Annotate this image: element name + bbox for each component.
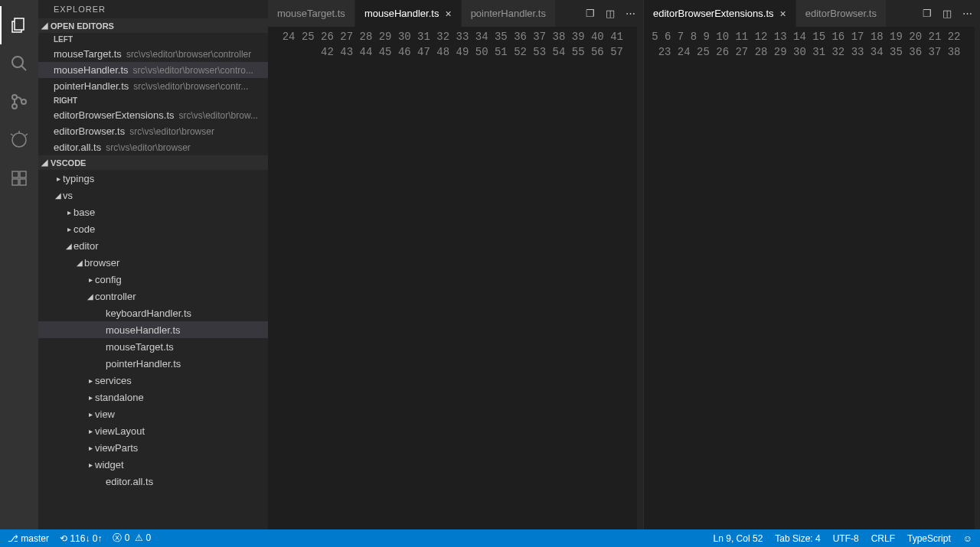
editor-group-right: editorBrowserExtensions.ts×editorBrowser… [643, 0, 980, 529]
tree-folder[interactable]: ▸base [38, 203, 268, 220]
tab-bar-right: editorBrowserExtensions.ts×editorBrowser… [644, 0, 980, 27]
encoding[interactable]: UTF-8 [833, 533, 859, 544]
more-icon[interactable]: ⋯ [962, 8, 972, 19]
tab-size[interactable]: Tab Size: 4 [775, 533, 820, 544]
sync-indicator[interactable]: ⟲ 116↓ 0↑ [60, 533, 102, 544]
gutter: 5 6 7 8 9 10 11 12 13 14 15 16 17 18 19 … [644, 27, 975, 529]
tree-folder[interactable]: ▸typings [38, 170, 268, 187]
cursor-position[interactable]: Ln 9, Col 52 [714, 533, 763, 544]
file-tree: ▸typings◢vs▸base▸code◢editor◢browser▸con… [38, 170, 268, 529]
open-editors-header[interactable]: ◢OPEN EDITORS [38, 18, 268, 33]
editor-body-right[interactable]: 5 6 7 8 9 10 11 12 13 14 15 16 17 18 19 … [644, 27, 980, 529]
svg-rect-11 [12, 179, 18, 185]
editor-body-left[interactable]: 24 25 26 27 28 29 30 31 32 33 34 35 36 3… [268, 27, 643, 529]
copy-icon[interactable]: ❐ [586, 8, 595, 19]
editor-tab[interactable]: editorBrowser.ts [796, 0, 887, 27]
close-icon[interactable]: × [780, 8, 786, 20]
group-right-label: RIGHT [38, 94, 268, 107]
activity-bar [0, 0, 38, 529]
feedback-icon[interactable]: ☺ [963, 533, 972, 544]
tree-folder[interactable]: ▸widget [38, 456, 268, 473]
open-editor-item[interactable]: mouseTarget.tssrc\vs\editor\browser\cont… [38, 46, 268, 62]
open-editor-item[interactable]: editorBrowserExtensions.tssrc\vs\editor\… [38, 107, 268, 123]
editor-tab[interactable]: pointerHandler.ts [462, 0, 556, 27]
tree-folder[interactable]: ◢vs [38, 187, 268, 203]
tree-file[interactable]: mouseTarget.ts [38, 338, 268, 355]
svg-point-1 [12, 57, 23, 67]
open-editor-item[interactable]: editorBrowser.tssrc\vs\editor\browser [38, 123, 268, 139]
svg-point-3 [12, 95, 17, 99]
svg-rect-12 [20, 179, 26, 185]
tree-file[interactable]: editor.all.ts [38, 473, 268, 490]
gutter: 24 25 26 27 28 29 30 31 32 33 34 35 36 3… [268, 27, 637, 529]
open-editor-item[interactable]: editor.all.tssrc\vs\editor\browser [38, 139, 268, 155]
svg-point-6 [12, 133, 26, 147]
tab-bar-left: mouseTarget.tsmouseHandler.ts×pointerHan… [268, 0, 643, 27]
tree-folder[interactable]: ◢editor [38, 237, 268, 254]
scm-icon[interactable] [0, 83, 38, 121]
sidebar: EXPLORER ◢OPEN EDITORS LEFT mouseTarget.… [38, 0, 268, 529]
svg-rect-10 [12, 171, 18, 177]
svg-point-4 [12, 104, 17, 109]
tree-folder[interactable]: ▸viewLayout [38, 422, 268, 439]
svg-line-9 [25, 134, 28, 135]
tree-folder[interactable]: ▸view [38, 405, 268, 422]
problems-indicator[interactable]: ⓧ 0 ⚠ 0 [113, 532, 151, 545]
workspace-header[interactable]: ◢VSCODE [38, 155, 268, 170]
group-left-label: LEFT [38, 33, 268, 46]
extensions-icon[interactable] [0, 159, 38, 197]
explorer-icon[interactable] [0, 6, 38, 44]
branch-indicator[interactable]: ⎇ master [8, 533, 49, 544]
split-icon[interactable]: ◫ [942, 8, 952, 19]
tree-folder[interactable]: ◢browser [38, 254, 268, 271]
split-icon[interactable]: ◫ [606, 8, 615, 19]
debug-icon[interactable] [0, 121, 38, 159]
open-editor-item[interactable]: pointerHandler.tssrc\vs\editor\browser\c… [38, 78, 268, 94]
status-bar: ⎇ master ⟲ 116↓ 0↑ ⓧ 0 ⚠ 0 Ln 9, Col 52 … [0, 529, 980, 547]
svg-rect-0 [15, 18, 24, 30]
editor-tab[interactable]: editorBrowserExtensions.ts× [644, 0, 796, 27]
tree-file[interactable]: mouseHandler.ts [38, 321, 268, 338]
tree-folder[interactable]: ▸code [38, 220, 268, 237]
more-icon[interactable]: ⋯ [626, 8, 635, 19]
svg-line-8 [11, 134, 13, 135]
editor-tab[interactable]: mouseHandler.ts× [355, 0, 462, 27]
minimap[interactable] [637, 27, 643, 529]
tree-file[interactable]: pointerHandler.ts [38, 355, 268, 372]
svg-rect-13 [20, 171, 26, 177]
tree-folder[interactable]: ▸standalone [38, 389, 268, 405]
editors-container: mouseTarget.tsmouseHandler.ts×pointerHan… [268, 0, 980, 529]
eol[interactable]: CRLF [871, 533, 895, 544]
tree-folder[interactable]: ▸viewParts [38, 439, 268, 456]
tree-folder[interactable]: ▸services [38, 372, 268, 389]
search-icon[interactable] [0, 44, 38, 83]
sidebar-title: EXPLORER [38, 0, 268, 18]
open-editor-item[interactable]: mouseHandler.tssrc\vs\editor\browser\con… [38, 62, 268, 78]
copy-icon[interactable]: ❐ [923, 8, 932, 19]
editor-tab[interactable]: mouseTarget.ts [268, 0, 355, 27]
language-mode[interactable]: TypeScript [907, 533, 951, 544]
tree-folder[interactable]: ▸config [38, 271, 268, 288]
editor-group-left: mouseTarget.tsmouseHandler.ts×pointerHan… [268, 0, 643, 529]
tree-folder[interactable]: ◢controller [38, 288, 268, 304]
svg-line-2 [21, 66, 26, 70]
tree-file[interactable]: keyboardHandler.ts [38, 304, 268, 321]
minimap[interactable] [975, 27, 981, 529]
close-icon[interactable]: × [445, 8, 451, 20]
